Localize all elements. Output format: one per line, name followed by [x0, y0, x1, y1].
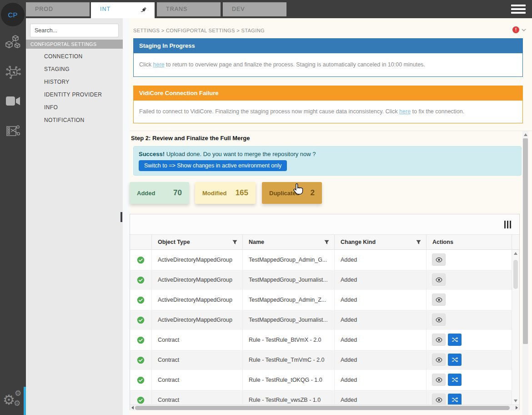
media-edit-icon[interactable] — [5, 123, 21, 139]
cell-change-kind: Added — [334, 250, 426, 270]
view-button[interactable] — [432, 394, 446, 405]
table-row: ActiveDirectoryMappedGroup TestMappedGro… — [130, 290, 519, 310]
cell-object-type: Contract — [151, 370, 242, 390]
scroll-thumb[interactable] — [513, 260, 518, 289]
grid-header-change-kind[interactable]: Change Kind — [334, 235, 426, 250]
filter-icon[interactable] — [324, 239, 330, 245]
scroll-left-arrow[interactable] — [131, 406, 134, 410]
tab-prod[interactable]: PROD — [26, 2, 90, 16]
top-bar: PROD INT TRANS DEV — [0, 0, 532, 18]
hamburger-menu-icon[interactable] — [511, 5, 526, 15]
scroll-thumb[interactable] — [135, 406, 510, 410]
nav-item-staging[interactable]: STAGING — [26, 63, 123, 76]
fix-connection-link[interactable]: here — [399, 108, 411, 115]
stat-card-duplicated[interactable]: Duplicated 2 — [262, 182, 322, 204]
view-button[interactable] — [432, 334, 446, 346]
cell-name: TestMappedGroup_Journalist... — [242, 270, 334, 290]
shuffle-icon — [452, 337, 458, 343]
table-horizontal-scrollbar[interactable] — [130, 405, 519, 410]
grid-header-name[interactable]: Name — [242, 235, 334, 250]
video-camera-icon[interactable] — [5, 96, 21, 106]
settings-gears-icon[interactable]: ⚙⚙⚙ — [3, 390, 24, 410]
table-row: Contract Rule - TestRule_TmVmC - 2.0 Add… — [130, 350, 519, 370]
error-badge-icon: ! — [512, 26, 519, 33]
view-button[interactable] — [432, 273, 446, 286]
stat-card-added[interactable]: Added 70 — [130, 182, 189, 204]
success-alert: Success! Upload done. Do you want to mer… — [133, 146, 522, 176]
nav-item-identity-provider[interactable]: IDENTITY PROVIDER — [26, 88, 123, 101]
nav-item-history[interactable]: HISTORY — [26, 76, 123, 88]
changes-grid: Object Type Name Change Kind Actions — [130, 214, 520, 410]
section-divider — [130, 131, 532, 131]
page-scrollbar[interactable] — [522, 131, 528, 415]
chevron-down-icon — [522, 29, 526, 31]
eye-icon — [436, 357, 442, 363]
column-chooser-icon[interactable] — [504, 221, 512, 228]
stat-added-label: Added — [137, 190, 155, 197]
nav-item-notification[interactable]: NOTIFICATION — [26, 114, 123, 127]
view-button[interactable] — [432, 374, 446, 386]
cell-name: TestMappedGroup_Admin_Z... — [242, 290, 334, 310]
cell-change-kind: Added — [334, 290, 426, 310]
compare-button[interactable] — [448, 394, 462, 405]
table-row: ActiveDirectoryMappedGroup TestMappedGro… — [130, 270, 519, 290]
plug-icon — [140, 5, 148, 14]
step-heading: Step 2: Review and Finalize the Full Mer… — [131, 135, 250, 142]
cell-name: Rule - TestRule_BtVmX - 2.0 — [242, 330, 334, 350]
compare-button[interactable] — [448, 334, 462, 346]
view-button[interactable] — [432, 294, 446, 306]
nav-item-info[interactable]: INFO — [26, 101, 123, 114]
compare-button[interactable] — [448, 374, 462, 386]
return-overview-link[interactable]: here — [153, 61, 165, 68]
filter-icon[interactable] — [416, 239, 422, 245]
scroll-up-arrow[interactable] — [514, 252, 517, 255]
error-indicator[interactable]: ! — [512, 26, 526, 33]
settings-nav-panel: CONFIGPORTAL SETTINGS CONNECTION STAGING… — [26, 18, 123, 415]
cell-name: Rule - TestRule_vwsZB - 1.0 — [242, 390, 334, 405]
table-row: Contract Rule - TestRule_BtVmX - 2.0 Add… — [130, 330, 519, 350]
scroll-right-arrow[interactable] — [516, 406, 518, 410]
compare-button[interactable] — [448, 354, 462, 366]
eye-icon — [436, 277, 442, 283]
tab-trans[interactable]: TRANS — [157, 2, 221, 16]
tab-dev[interactable]: DEV — [223, 2, 286, 16]
scroll-thumb[interactable] — [523, 138, 528, 344]
table-vertical-scrollbar[interactable] — [512, 250, 519, 405]
filter-icon[interactable] — [232, 239, 238, 245]
eye-icon — [436, 397, 442, 403]
staging-banner: Staging In Progress Click here to return… — [133, 38, 523, 77]
stat-card-modified[interactable]: Modified 165 — [195, 182, 256, 204]
status-cell — [130, 310, 151, 330]
cell-object-type: ActiveDirectoryMappedGroup — [151, 310, 242, 330]
cell-change-kind: Added — [334, 270, 426, 290]
staging-banner-body: Click here to return to overview page an… — [134, 53, 522, 76]
view-button[interactable] — [432, 354, 446, 366]
tab-int-label: INT — [100, 6, 110, 12]
text-caret — [120, 212, 122, 222]
nav-item-connection[interactable]: CONNECTION — [26, 50, 123, 63]
avatar[interactable]: CP — [1, 3, 25, 26]
cubes-icon[interactable] — [5, 34, 21, 51]
status-cell — [130, 350, 151, 370]
cell-name: Rule - TestRule_tOKQG - 1.0 — [242, 370, 334, 390]
cell-object-type: Contract — [151, 390, 242, 405]
grid-body: ActiveDirectoryMappedGroup TestMappedGro… — [130, 250, 519, 405]
tab-int[interactable]: INT — [91, 2, 155, 18]
switch-mode-button[interactable]: Switch to => Show changes in active envi… — [139, 160, 287, 171]
table-row: Contract Rule - TestRule_tOKQG - 1.0 Add… — [130, 370, 519, 390]
view-button[interactable] — [432, 314, 446, 326]
search-input[interactable] — [30, 24, 119, 37]
view-button[interactable] — [432, 253, 446, 266]
scroll-up-arrow[interactable] — [524, 133, 527, 136]
grid-header-object-type[interactable]: Object Type — [151, 235, 242, 250]
scroll-down-arrow[interactable] — [514, 400, 517, 402]
status-check-icon — [137, 256, 145, 264]
vidicore-banner-body: Failed to connect to VidiCore. Finalizin… — [134, 101, 522, 123]
grid-header-status — [130, 235, 151, 250]
breadcrumb[interactable]: SETTINGS > CONFIGPORTAL SETTINGS > STAGI… — [133, 28, 265, 33]
shuffle-icon — [452, 397, 458, 403]
cell-name: Rule - TestRule_TmVmC - 2.0 — [242, 350, 334, 370]
integration-icon[interactable] — [5, 64, 21, 81]
cell-change-kind: Added — [334, 390, 426, 405]
status-cell — [130, 270, 151, 290]
